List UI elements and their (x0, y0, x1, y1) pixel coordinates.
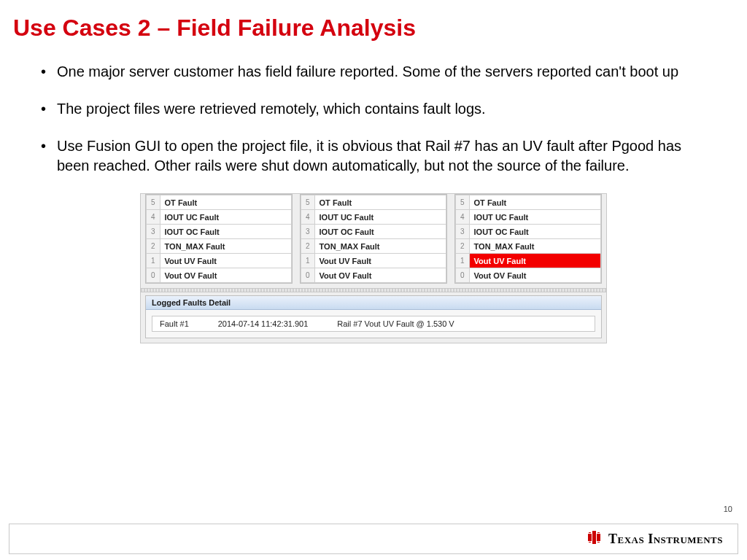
table-row: 0Vout OV Fault (147, 268, 292, 283)
fault-label: IOUT UC Fault (314, 210, 446, 225)
table-row: 1Vout UV Fault (301, 254, 446, 268)
row-index: 1 (301, 254, 315, 268)
fault-label: IOUT OC Fault (314, 225, 446, 239)
fault-label: TON_MAX Fault (314, 239, 446, 254)
panel-header: Logged Faults Detail (146, 296, 601, 310)
fault-label: IOUT UC Fault (469, 210, 600, 225)
table-row: 3IOUT OC Fault (456, 225, 601, 239)
table-row: 5OT Fault (301, 195, 446, 210)
table-row: 1Vout UV Fault (147, 254, 292, 268)
bullet-list: One major server customer has field fail… (0, 42, 747, 176)
fault-label: OT Fault (314, 195, 446, 210)
fault-label: IOUT UC Fault (160, 210, 291, 225)
table-row: 1Vout UV Fault (456, 254, 601, 268)
row-index: 3 (147, 225, 160, 239)
table-row: 3IOUT OC Fault (301, 225, 446, 239)
row-index: 5 (301, 195, 315, 210)
logged-faults-detail-panel: Logged Faults Detail Fault #1 2014-07-14… (145, 295, 602, 338)
splitter-bar (141, 288, 606, 292)
table-row: 0Vout OV Fault (456, 268, 601, 283)
fault-table: 5OT Fault4IOUT UC Fault3IOUT OC Fault2TO… (300, 194, 447, 284)
fusion-gui-screenshot: 5OT Fault4IOUT UC Fault3IOUT OC Fault2TO… (140, 193, 607, 343)
bullet-item: Use Fusion GUI to open the project file,… (38, 136, 703, 176)
row-index: 2 (456, 239, 470, 254)
slide-footer: Texas Instruments (9, 524, 738, 554)
row-index: 0 (147, 268, 160, 283)
page-number: 10 (724, 505, 732, 513)
fault-label: Vout OV Fault (469, 268, 600, 283)
fault-label: TON_MAX Fault (160, 239, 291, 254)
fault-description: Rail #7 Vout UV Fault @ 1.530 V (337, 319, 454, 328)
row-index: 5 (456, 195, 470, 210)
row-index: 1 (456, 254, 470, 268)
row-index: 5 (147, 195, 160, 210)
table-row: 5OT Fault (456, 195, 601, 210)
row-index: 4 (147, 210, 160, 225)
fault-timestamp: 2014-07-14 11:42:31.901 (218, 319, 309, 328)
row-index: 0 (456, 268, 470, 283)
table-row: 5OT Fault (147, 195, 292, 210)
table-row: 4IOUT UC Fault (456, 210, 601, 225)
fault-table: 5OT Fault4IOUT UC Fault3IOUT OC Fault2TO… (145, 194, 293, 284)
table-row: 0Vout OV Fault (301, 268, 446, 283)
fault-label: OT Fault (469, 195, 600, 210)
row-index: 2 (147, 239, 160, 254)
fault-label: TON_MAX Fault (469, 239, 600, 254)
fault-label: Vout OV Fault (160, 268, 291, 283)
table-row: 4IOUT UC Fault (301, 210, 446, 225)
ti-logo: Texas Instruments (587, 529, 723, 548)
ti-logo-text: Texas Instruments (608, 532, 723, 547)
row-index: 1 (147, 254, 160, 268)
fault-label: IOUT OC Fault (469, 225, 600, 239)
bullet-item: One major server customer has field fail… (38, 62, 703, 82)
fault-label: Vout UV Fault (314, 254, 446, 268)
fault-label: Vout UV Fault (469, 254, 600, 268)
row-index: 4 (301, 210, 315, 225)
slide-title: Use Cases 2 – Field Failure Analysis (0, 0, 747, 42)
table-row: 4IOUT UC Fault (147, 210, 292, 225)
fault-label: Vout UV Fault (160, 254, 291, 268)
row-index: 2 (301, 239, 315, 254)
row-index: 3 (301, 225, 315, 239)
ti-chip-icon (587, 529, 604, 548)
fault-label: IOUT OC Fault (160, 225, 291, 239)
row-index: 0 (301, 268, 315, 283)
bullet-item: The project files were retrieved remotel… (38, 99, 703, 119)
table-row: 2TON_MAX Fault (147, 239, 292, 254)
fault-detail-row: Fault #1 2014-07-14 11:42:31.901 Rail #7… (152, 316, 595, 332)
fault-number: Fault #1 (160, 319, 189, 328)
fault-label: OT Fault (160, 195, 291, 210)
fault-table: 5OT Fault4IOUT UC Fault3IOUT OC Fault2TO… (454, 194, 602, 284)
table-row: 2TON_MAX Fault (301, 239, 446, 254)
row-index: 3 (456, 225, 470, 239)
table-row: 3IOUT OC Fault (147, 225, 292, 239)
fault-label: Vout OV Fault (314, 268, 446, 283)
table-row: 2TON_MAX Fault (456, 239, 601, 254)
row-index: 4 (456, 210, 470, 225)
